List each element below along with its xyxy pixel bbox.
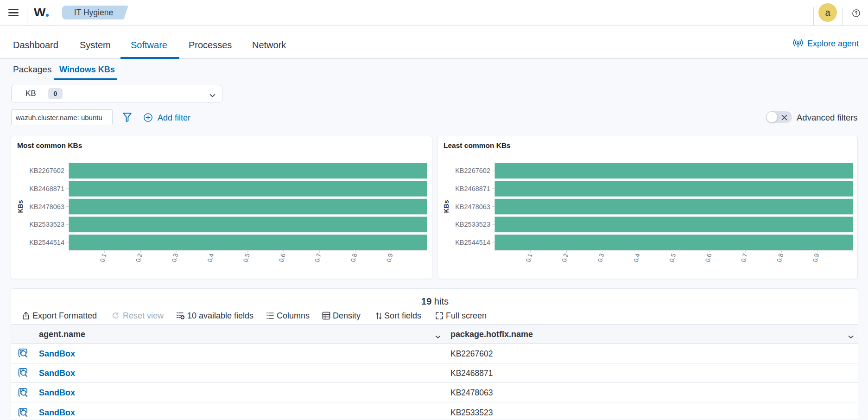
svg-text:0.8: 0.8	[776, 253, 785, 263]
svg-text:0.4: 0.4	[206, 253, 215, 263]
svg-text:KBs: KBs	[443, 200, 450, 213]
svg-text:KB2544514: KB2544514	[29, 239, 64, 246]
svg-text:0.5: 0.5	[242, 253, 251, 263]
svg-text:KB2267602: KB2267602	[455, 167, 490, 174]
svg-text:0.1: 0.1	[525, 253, 533, 263]
svg-text:KB2533523: KB2533523	[455, 221, 490, 228]
svg-text:0.9: 0.9	[811, 253, 820, 263]
svg-text:0.5: 0.5	[668, 253, 677, 263]
svg-text:0.2: 0.2	[561, 253, 570, 263]
svg-text:KB2544514: KB2544514	[455, 239, 490, 246]
svg-text:0.6: 0.6	[278, 253, 286, 263]
svg-text:KB2478063: KB2478063	[29, 203, 64, 210]
svg-text:KB2267602: KB2267602	[29, 167, 64, 174]
svg-text:0.7: 0.7	[314, 253, 323, 263]
svg-text:0.7: 0.7	[740, 253, 748, 263]
svg-text:0.9: 0.9	[385, 253, 394, 263]
svg-text:KBs: KBs	[17, 200, 24, 213]
svg-text:KB2478063: KB2478063	[455, 203, 490, 210]
svg-text:0.1: 0.1	[99, 253, 108, 263]
svg-text:0.3: 0.3	[171, 253, 179, 263]
svg-text:0.8: 0.8	[349, 253, 358, 263]
svg-text:0.6: 0.6	[704, 253, 713, 263]
svg-text:KB2533523: KB2533523	[29, 221, 64, 228]
svg-text:KB2468871: KB2468871	[29, 185, 64, 192]
svg-text:KB2468871: KB2468871	[455, 185, 490, 192]
svg-text:0.3: 0.3	[596, 253, 605, 263]
svg-text:0.4: 0.4	[632, 253, 641, 263]
svg-text:0.2: 0.2	[134, 253, 143, 263]
